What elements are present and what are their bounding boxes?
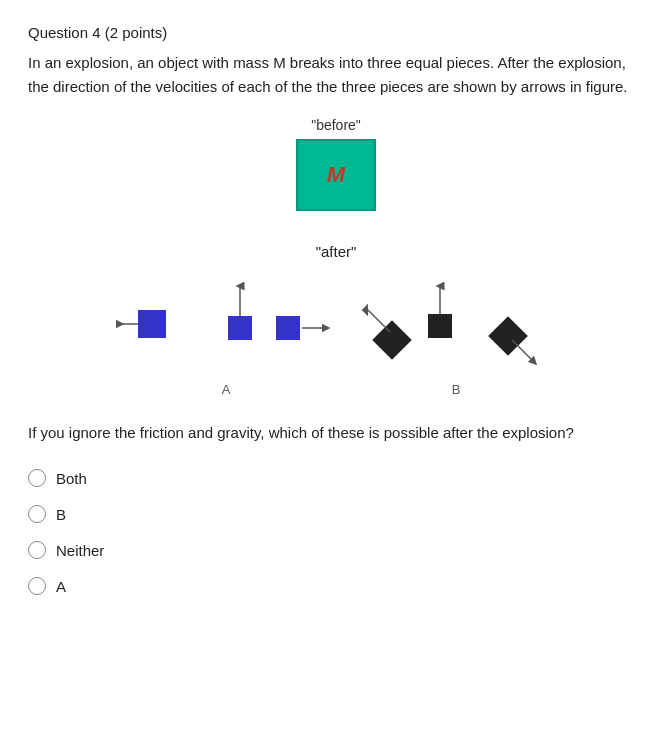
left-arrow-a <box>116 310 138 338</box>
option-b-label: B <box>56 506 66 523</box>
radio-neither[interactable] <box>28 541 46 559</box>
up-arrow-b <box>428 282 452 317</box>
before-box: M <box>296 139 376 211</box>
up-arrow-a <box>228 282 252 320</box>
left-blue-square-a <box>138 310 166 338</box>
before-label: "before" <box>311 117 361 133</box>
before-diagram-section: "before" M <box>28 117 644 233</box>
question-body: In an explosion, an object with mass M b… <box>28 51 644 99</box>
option-b[interactable]: B <box>28 505 644 523</box>
right-arrow-a <box>300 316 330 340</box>
after-label: "after" <box>28 243 644 260</box>
option-a[interactable]: A <box>28 577 644 595</box>
svg-line-5 <box>512 340 534 362</box>
question-points: (2 points) <box>105 24 168 41</box>
right-blue-square-a <box>276 316 300 340</box>
diagram-a-label: A <box>222 382 231 397</box>
radio-b[interactable] <box>28 505 46 523</box>
radio-both[interactable] <box>28 469 46 487</box>
diagram-b-label: B <box>452 382 461 397</box>
diagram-a <box>116 268 336 378</box>
diagram-b-wrapper: B <box>356 268 556 397</box>
option-both[interactable]: Both <box>28 469 644 487</box>
diagram-b <box>356 268 556 378</box>
follow-up-question: If you ignore the friction and gravity, … <box>28 421 644 445</box>
option-neither-label: Neither <box>56 542 104 559</box>
answer-section: Both B Neither A <box>28 469 644 595</box>
radio-a[interactable] <box>28 577 46 595</box>
top-black-square-b <box>428 314 452 338</box>
left-up-arrow-b <box>364 306 392 334</box>
option-both-label: Both <box>56 470 87 487</box>
after-diagrams-container: A <box>28 268 644 397</box>
mass-label: M <box>327 162 345 188</box>
diagram-a-wrapper: A <box>116 268 336 397</box>
option-neither[interactable]: Neither <box>28 541 644 559</box>
question-number: Question 4 <box>28 24 101 41</box>
question-header: Question 4 (2 points) <box>28 24 644 41</box>
svg-line-4 <box>368 310 390 332</box>
right-down-arrow-b <box>510 338 538 366</box>
option-a-label: A <box>56 578 66 595</box>
